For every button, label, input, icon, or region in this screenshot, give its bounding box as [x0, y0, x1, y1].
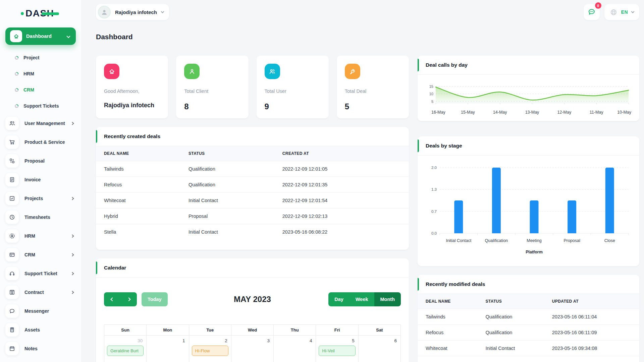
sidebar-item-support-tickets[interactable]: Support Tickets	[5, 98, 76, 114]
sidebar-item-proposal[interactable]: Proposal	[5, 152, 76, 170]
column-header: DEAL NAME	[418, 294, 477, 309]
sidebar-item-project[interactable]: Project	[5, 50, 76, 66]
sidebar-item-hrm-menu[interactable]: HRM	[5, 227, 76, 245]
day-number: 6	[359, 336, 400, 345]
calendar-day-cell[interactable]: 30 Geraldine Burt	[104, 336, 147, 362]
proposal-icon	[5, 154, 19, 168]
calendar-day-cell[interactable]: 3	[231, 336, 273, 362]
chevron-down-icon	[631, 10, 635, 13]
calendar-next-button[interactable]	[120, 292, 137, 306]
company-selector[interactable]: Rajodiya infotech	[96, 4, 169, 20]
messenger-icon	[5, 304, 19, 318]
calendar-today-button[interactable]: Today	[142, 292, 168, 306]
notification-badge: 0	[595, 2, 601, 9]
sidebar-item-dashboard[interactable]: Dashboard	[5, 27, 76, 45]
sidebar-item-label: Projects	[24, 196, 43, 201]
svg-text:0.7: 0.7	[431, 209, 437, 214]
stat-value: Rajodiya infotech	[104, 102, 160, 109]
column-header: UPDATED AT	[544, 294, 639, 309]
svg-text:Initial Contact: Initial Contact	[446, 238, 471, 243]
calendar-day-cell[interactable]: 6	[358, 336, 400, 362]
app-logo[interactable]: DASH	[21, 6, 71, 21]
sidebar-item-label: Notes	[24, 346, 38, 351]
calendar-view-day[interactable]: Day	[328, 292, 350, 306]
deal-updated-at: 2023-05-16 06:11:08	[544, 356, 639, 362]
chat-icon	[587, 8, 596, 16]
language-selector[interactable]: EN	[604, 4, 639, 20]
calendar-view-week[interactable]: Week	[350, 292, 374, 306]
panel-title: Deal calls by day	[418, 56, 639, 75]
chevron-right-icon	[70, 234, 73, 237]
sidebar-item-label: Product & Service	[24, 139, 65, 145]
deals-by-stage-panel: Deals by stage 0.00.71.32.0Initial Conta…	[418, 136, 639, 266]
stat-card-total-deal: Total Deal 5	[337, 56, 409, 118]
deal-name: Refocus	[96, 177, 180, 193]
svg-text:Meeting: Meeting	[527, 238, 542, 243]
circle-icon	[15, 72, 18, 76]
deal-name: Whitecoat	[418, 341, 477, 356]
circle-icon	[15, 88, 18, 92]
svg-text:14-May: 14-May	[493, 110, 507, 115]
column-header: STATUS	[477, 294, 544, 309]
sidebar-item-projects[interactable]: Projects	[5, 189, 76, 208]
sidebar-item-crm[interactable]: CRM	[5, 82, 76, 98]
svg-text:11-May: 11-May	[590, 110, 604, 115]
day-number: 4	[274, 336, 315, 345]
deal-status: Initial Contact	[180, 224, 274, 240]
sidebar-item-crm-menu[interactable]: CRM	[5, 245, 76, 264]
messages-button[interactable]: 0	[584, 4, 600, 20]
deal-updated-at: 2023-05-16 09:34:08	[544, 341, 639, 356]
sidebar-item-user-management[interactable]: User Management	[5, 114, 76, 133]
sidebar-item-assets[interactable]: Assets	[5, 320, 76, 339]
assets-icon	[5, 323, 19, 337]
calendar-view-month[interactable]: Month	[374, 292, 401, 306]
calendar-prev-button[interactable]	[104, 292, 120, 306]
deal-status: Initial Contact	[477, 341, 544, 356]
stat-label: Good Afternoon,	[104, 88, 160, 94]
modified-deals-table: DEAL NAME STATUS UPDATED AT TailwindsQua…	[418, 294, 639, 362]
chevron-right-icon	[70, 253, 73, 256]
table-row: WhitecoatInitial Contact2022-12-09 12:01…	[96, 193, 409, 208]
table-row: TailwindsQualification2022-12-09 12:01:0…	[96, 161, 409, 177]
stat-value: 9	[265, 102, 321, 111]
table-row: RefocusQualification2022-12-09 12:01:35	[96, 177, 409, 193]
sidebar-item-hrm[interactable]: HRM	[5, 66, 76, 82]
svg-text:10-May: 10-May	[617, 110, 631, 115]
sidebar-item-support-ticket-menu[interactable]: Support Ticket	[5, 264, 76, 283]
chevron-down-icon	[161, 10, 164, 13]
svg-text:10: 10	[429, 92, 433, 96]
sidebar-item-contract[interactable]: Contract	[5, 283, 76, 302]
calendar-event[interactable]: Geraldine Burt	[107, 346, 144, 356]
calendar-month-title: MAY 2023	[234, 295, 271, 304]
sidebar-item-label: HRM	[24, 233, 35, 239]
calendar-day-cell[interactable]: 1	[147, 336, 189, 362]
svg-text:5: 5	[431, 100, 433, 104]
stat-label: Total Client	[184, 88, 240, 94]
projects-icon	[5, 192, 19, 205]
panel-title: Recently modified deals	[418, 275, 639, 294]
calendar-toolbar: Today MAY 2023 Day Week Month	[104, 292, 401, 306]
user-management-icon	[5, 117, 19, 130]
deal-status: Qualification	[180, 161, 274, 177]
invoice-icon	[5, 173, 19, 186]
calendar-day-cell[interactable]: 5 Hi-Veil	[316, 336, 358, 362]
deal-status: Qualification	[180, 177, 274, 193]
svg-text:15-May: 15-May	[461, 110, 475, 115]
calendar-event[interactable]: Hi-Flow	[192, 346, 228, 356]
calendar-event[interactable]: Hi-Veil	[319, 346, 355, 356]
chevron-right-icon	[70, 122, 73, 125]
rocket-icon	[345, 64, 360, 79]
sidebar-item-label: Proposal	[24, 158, 45, 164]
product-service-icon	[5, 135, 19, 149]
sidebar-item-timesheets[interactable]: Timesheets	[5, 208, 76, 227]
sidebar-item-notes[interactable]: Notes	[5, 339, 76, 358]
sidebar-item-product-service[interactable]: Product & Service	[5, 133, 76, 152]
stat-card-total-client: Total Client 8	[176, 56, 248, 118]
calendar-day-cell[interactable]: 4	[274, 336, 316, 362]
table-row: RefocusQualification2023-05-16 06:11:09	[418, 325, 639, 341]
calendar-day-cell[interactable]: 2 Hi-Flow	[189, 336, 231, 362]
sidebar-item-label: User Management	[24, 121, 65, 126]
day-header: Fri	[316, 325, 358, 336]
sidebar-item-messenger[interactable]: Messenger	[5, 302, 76, 320]
sidebar-item-invoice[interactable]: Invoice	[5, 170, 76, 189]
